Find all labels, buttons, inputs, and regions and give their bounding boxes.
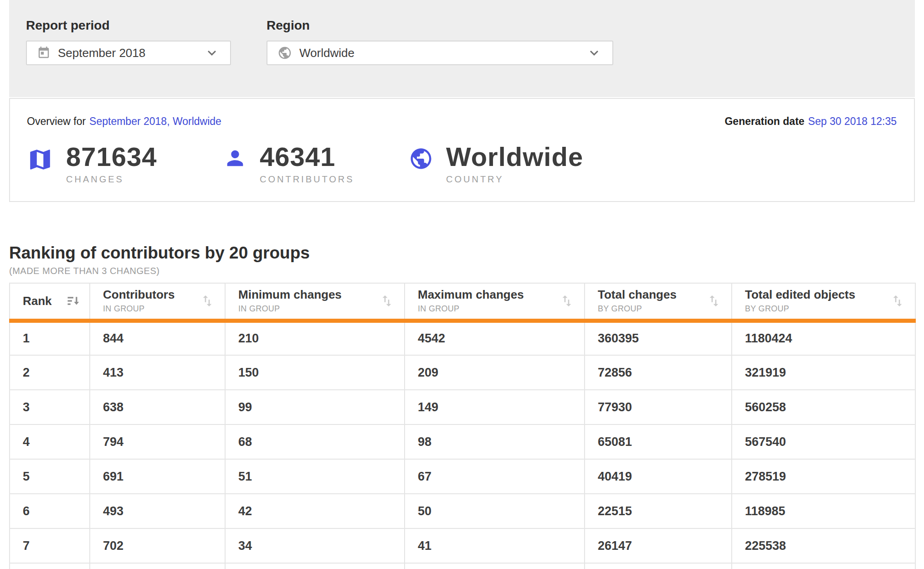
column-sublabel: IN GROUP bbox=[103, 304, 175, 314]
changes-count: 871634 bbox=[66, 144, 157, 170]
column-sublabel: BY GROUP bbox=[745, 304, 855, 314]
table-cell: 42 bbox=[225, 494, 405, 528]
region-label: Region bbox=[267, 18, 613, 33]
table-cell: 5 bbox=[10, 459, 90, 494]
column-label: Rank bbox=[23, 295, 52, 308]
overview-period-link[interactable]: September 2018, Worldwide bbox=[89, 115, 221, 127]
globe-icon bbox=[409, 146, 433, 171]
table-cell: 493 bbox=[90, 494, 225, 528]
sort-toggle-icon bbox=[707, 294, 721, 308]
chevron-down-icon bbox=[204, 45, 220, 61]
map-icon bbox=[27, 146, 53, 173]
calendar-icon bbox=[37, 46, 51, 60]
report-period-label: Report period bbox=[26, 18, 231, 33]
table-cell: 2 bbox=[10, 355, 90, 390]
overview-title-prefix: Overview for bbox=[27, 115, 86, 127]
sort-applied-icon bbox=[67, 294, 80, 308]
ranking-subtitle: (MADE MORE THAN 3 CHANGES) bbox=[9, 266, 159, 276]
column-header-total-changes[interactable]: Total changesBY GROUP bbox=[585, 283, 732, 321]
table-row bbox=[10, 563, 915, 569]
table-cell: 98 bbox=[405, 424, 585, 459]
table-cell: 560258 bbox=[732, 390, 915, 424]
table-cell: 278519 bbox=[732, 459, 915, 494]
table-cell: 7 bbox=[10, 528, 90, 563]
globe-icon bbox=[277, 46, 292, 60]
overview-card: Overview forSeptember 2018, Worldwide Ge… bbox=[9, 98, 915, 202]
report-period-dropdown[interactable]: September 2018 bbox=[26, 41, 231, 65]
column-header-maximum-changes[interactable]: Maximum changesIN GROUP bbox=[405, 283, 585, 321]
overview-title: Overview forSeptember 2018, Worldwide bbox=[27, 115, 221, 128]
table-row: 4794689865081567540 bbox=[10, 424, 915, 459]
table-cell: 691 bbox=[90, 459, 225, 494]
table-row: 5691516740419278519 bbox=[10, 459, 915, 494]
table-cell: 1180424 bbox=[732, 321, 915, 355]
table-cell: 118985 bbox=[732, 494, 915, 528]
table-cell: 4542 bbox=[405, 321, 585, 355]
country-label: COUNTRY bbox=[446, 174, 583, 185]
column-sublabel: IN GROUP bbox=[238, 304, 342, 314]
table-cell: 794 bbox=[90, 424, 225, 459]
sort-toggle-icon bbox=[200, 294, 215, 308]
stat-contributors: 46341 CONTRIBUTORS bbox=[223, 144, 354, 185]
table-cell: 6 bbox=[10, 494, 90, 528]
sort-toggle-icon bbox=[380, 294, 394, 308]
table-cell: 4 bbox=[10, 424, 90, 459]
table-cell: 413 bbox=[90, 355, 225, 390]
table-cell: 65081 bbox=[585, 424, 732, 459]
column-header-contributors[interactable]: ContributorsIN GROUP bbox=[90, 283, 225, 321]
region-dropdown[interactable]: Worldwide bbox=[267, 41, 613, 65]
table-cell: 22515 bbox=[585, 494, 732, 528]
filter-panel: Report period September 2018 Region Worl… bbox=[9, 0, 915, 97]
table-cell: 99 bbox=[225, 390, 405, 424]
table-cell: 210 bbox=[225, 321, 405, 355]
table-cell: 844 bbox=[90, 321, 225, 355]
table-row: 241315020972856321919 bbox=[10, 355, 915, 390]
table-cell: 1 bbox=[10, 321, 90, 355]
table-cell: 77930 bbox=[585, 390, 732, 424]
table-cell: 68 bbox=[225, 424, 405, 459]
table-cell: 26147 bbox=[585, 528, 732, 563]
generation-date-value[interactable]: Sep 30 2018 12:35 bbox=[808, 115, 897, 127]
contributors-count: 46341 bbox=[260, 144, 354, 170]
table-cell: 360395 bbox=[585, 321, 732, 355]
table-cell: 41 bbox=[405, 528, 585, 563]
generation-date-label: Generation date bbox=[724, 115, 804, 127]
table-cell: 3 bbox=[10, 390, 90, 424]
table-cell: 67 bbox=[405, 459, 585, 494]
table-row: 6493425022515118985 bbox=[10, 494, 915, 528]
column-header-minimum-changes[interactable]: Minimum changesIN GROUP bbox=[225, 283, 405, 321]
country-name: Worldwide bbox=[446, 144, 583, 170]
chevron-down-icon bbox=[586, 45, 602, 61]
table-cell: 50 bbox=[405, 494, 585, 528]
column-sublabel: IN GROUP bbox=[418, 304, 524, 314]
column-header-total-edited-objects[interactable]: Total edited objectsBY GROUP bbox=[732, 283, 915, 321]
stat-changes: 871634 CHANGES bbox=[27, 144, 157, 185]
table-cell: 72856 bbox=[585, 355, 732, 390]
column-label: Total edited objects bbox=[745, 288, 855, 301]
person-icon bbox=[223, 146, 247, 170]
contributors-label: CONTRIBUTORS bbox=[260, 174, 354, 185]
sort-toggle-icon bbox=[560, 294, 574, 308]
region-value: Worldwide bbox=[299, 46, 354, 60]
table-cell: 321919 bbox=[732, 355, 915, 390]
table-cell: 567540 bbox=[732, 424, 915, 459]
sort-toggle-icon bbox=[890, 294, 905, 308]
table-cell: 34 bbox=[225, 528, 405, 563]
table-cell: 209 bbox=[405, 355, 585, 390]
column-header-rank[interactable]: Rank bbox=[10, 283, 90, 321]
table-row: 7702344126147225538 bbox=[10, 528, 915, 563]
column-label: Total changes bbox=[598, 288, 677, 301]
column-label: Maximum changes bbox=[418, 288, 524, 301]
table-cell: 40419 bbox=[585, 459, 732, 494]
column-label: Contributors bbox=[103, 288, 175, 301]
table-row: 184421045423603951180424 bbox=[10, 321, 915, 355]
ranking-title: Ranking of contributors by 20 groups bbox=[9, 243, 310, 263]
changes-label: CHANGES bbox=[66, 174, 157, 185]
generation-date: Generation dateSep 30 2018 12:35 bbox=[724, 115, 897, 128]
table-cell: 638 bbox=[90, 390, 225, 424]
table-cell: 149 bbox=[405, 390, 585, 424]
table-cell: 150 bbox=[225, 355, 405, 390]
column-sublabel: BY GROUP bbox=[598, 304, 677, 314]
table-row: 36389914977930560258 bbox=[10, 390, 915, 424]
table-cell: 225538 bbox=[732, 528, 915, 563]
